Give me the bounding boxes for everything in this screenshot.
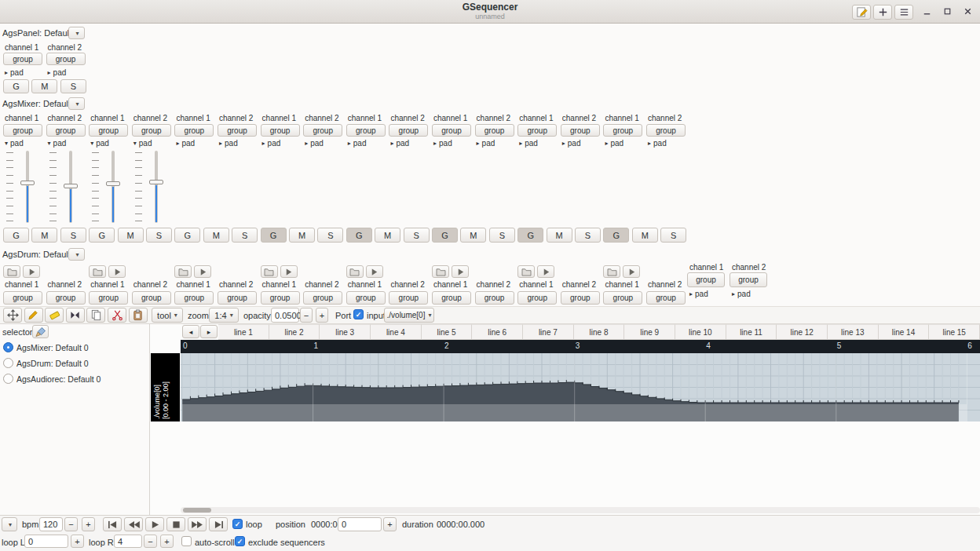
- pad-expander[interactable]: ▸pad: [605, 139, 623, 148]
- minimize-button[interactable]: [920, 5, 934, 19]
- line-header[interactable]: line 8: [574, 324, 625, 340]
- exclude-sequencers-checkbox[interactable]: ✓: [235, 536, 245, 546]
- group-button[interactable]: group: [3, 53, 42, 65]
- machine-radio[interactable]: [3, 374, 13, 384]
- volume-slider[interactable]: [89, 149, 128, 224]
- line-header[interactable]: line 1: [218, 324, 269, 340]
- add-button[interactable]: [873, 5, 892, 20]
- play-button[interactable]: [108, 265, 126, 278]
- play-button[interactable]: [280, 265, 298, 278]
- close-button[interactable]: [960, 5, 975, 19]
- gms-m-button[interactable]: M: [118, 228, 144, 243]
- navigation-expander-button[interactable]: ▾: [2, 517, 17, 531]
- scroll-left-button[interactable]: ◂: [182, 325, 199, 338]
- restore-button[interactable]: [940, 5, 954, 19]
- group-button[interactable]: group: [46, 291, 86, 305]
- group-button[interactable]: group: [89, 124, 128, 137]
- play-button[interactable]: [537, 265, 554, 278]
- tool-copy-button[interactable]: [86, 308, 105, 323]
- loop-r-entry[interactable]: 4: [114, 535, 142, 548]
- gms-m-button[interactable]: M: [632, 228, 658, 243]
- line-header[interactable]: line 3: [320, 324, 371, 340]
- group-button[interactable]: group: [218, 291, 257, 305]
- group-button[interactable]: group: [3, 124, 42, 137]
- loop-r-minus-button[interactable]: −: [144, 535, 157, 548]
- group-button[interactable]: group: [303, 291, 342, 305]
- play-button[interactable]: [366, 265, 383, 278]
- group-button[interactable]: group: [132, 291, 171, 305]
- line-header[interactable]: line 15: [929, 324, 980, 340]
- line-header[interactable]: line 11: [726, 324, 777, 340]
- gms-m-button[interactable]: M: [31, 79, 57, 93]
- drum-machine-menu-button[interactable]: ▾: [68, 248, 85, 261]
- port-combo[interactable]: ./volume[0]▾: [384, 308, 434, 323]
- line-header[interactable]: line 10: [675, 324, 726, 340]
- transport-forward-button[interactable]: [188, 517, 207, 531]
- group-button[interactable]: group: [603, 124, 642, 137]
- volume-slider[interactable]: [132, 149, 171, 224]
- transport-skip-backward-button[interactable]: [103, 517, 122, 531]
- gms-m-button[interactable]: M: [31, 228, 57, 243]
- opacity-plus-button[interactable]: +: [316, 308, 328, 323]
- group-button[interactable]: group: [89, 291, 128, 305]
- notation-edit-button[interactable]: [852, 5, 871, 20]
- pad-expander[interactable]: ▾pad: [133, 139, 152, 148]
- open-button[interactable]: [346, 265, 364, 278]
- gms-g-button[interactable]: G: [3, 79, 29, 93]
- pad-expander[interactable]: ▸pad: [562, 139, 581, 148]
- line-header[interactable]: line 9: [624, 324, 675, 340]
- slider-handle[interactable]: [64, 184, 78, 188]
- tool-clear-button[interactable]: [45, 308, 64, 323]
- tool-cut-button[interactable]: [108, 308, 126, 323]
- pad-expander[interactable]: ▸pad: [219, 139, 238, 148]
- group-button[interactable]: group: [3, 291, 42, 305]
- gms-g-button[interactable]: G: [3, 228, 29, 243]
- pad-expander[interactable]: ▸pad: [176, 139, 195, 148]
- pad-expander[interactable]: ▸pad: [648, 139, 667, 148]
- tool-paste-button[interactable]: [129, 308, 148, 323]
- gms-m-button[interactable]: M: [460, 228, 486, 243]
- pad-expander[interactable]: ▸pad: [689, 290, 708, 298]
- opacity-entry[interactable]: 0.0500: [271, 308, 299, 323]
- loop-checkbox[interactable]: ✓: [232, 519, 243, 529]
- group-button[interactable]: group: [389, 291, 428, 305]
- machine-radio[interactable]: [3, 342, 13, 352]
- panel-machine-menu-button[interactable]: ▾: [68, 27, 85, 39]
- play-button[interactable]: [194, 265, 211, 278]
- line-header[interactable]: line 5: [422, 324, 473, 340]
- gms-s-button[interactable]: S: [489, 228, 515, 243]
- bpm-entry[interactable]: 120: [39, 517, 63, 531]
- gms-s-button[interactable]: S: [60, 79, 86, 93]
- loop-r-plus-button[interactable]: +: [160, 535, 174, 548]
- group-button[interactable]: group: [46, 53, 86, 65]
- line-header[interactable]: line 12: [777, 324, 828, 340]
- tool-edit-button[interactable]: [24, 308, 43, 323]
- zoom-combo[interactable]: 1:4▾: [209, 308, 239, 323]
- open-button[interactable]: [261, 265, 278, 278]
- tool-select-button[interactable]: [66, 308, 85, 323]
- line-header[interactable]: line 14: [879, 324, 930, 340]
- line-header[interactable]: line 6: [472, 324, 523, 340]
- gms-g-button[interactable]: G: [603, 228, 629, 243]
- machine-selector-button[interactable]: [32, 325, 49, 338]
- gms-g-button[interactable]: G: [89, 228, 115, 243]
- horizontal-scrollbar[interactable]: [181, 507, 980, 513]
- tool-position-button[interactable]: [3, 308, 22, 323]
- timeline-ruler[interactable]: 0123456: [181, 340, 980, 353]
- gms-m-button[interactable]: M: [547, 228, 572, 243]
- group-button[interactable]: group: [432, 124, 471, 137]
- menu-button[interactable]: [894, 5, 913, 20]
- open-button[interactable]: [432, 265, 449, 278]
- machine-radio[interactable]: [3, 358, 13, 368]
- position-spin-entry[interactable]: 0: [338, 517, 382, 531]
- group-button[interactable]: group: [475, 291, 514, 305]
- group-button[interactable]: group: [432, 291, 471, 305]
- loop-l-plus-button[interactable]: +: [71, 535, 84, 548]
- line-header[interactable]: line 13: [828, 324, 879, 340]
- group-button[interactable]: group: [261, 124, 300, 137]
- transport-stop-button[interactable]: [166, 517, 185, 531]
- play-button[interactable]: [23, 265, 40, 278]
- group-button[interactable]: group: [561, 291, 600, 305]
- pad-expander[interactable]: ▸pad: [262, 139, 281, 148]
- group-button[interactable]: group: [561, 124, 600, 137]
